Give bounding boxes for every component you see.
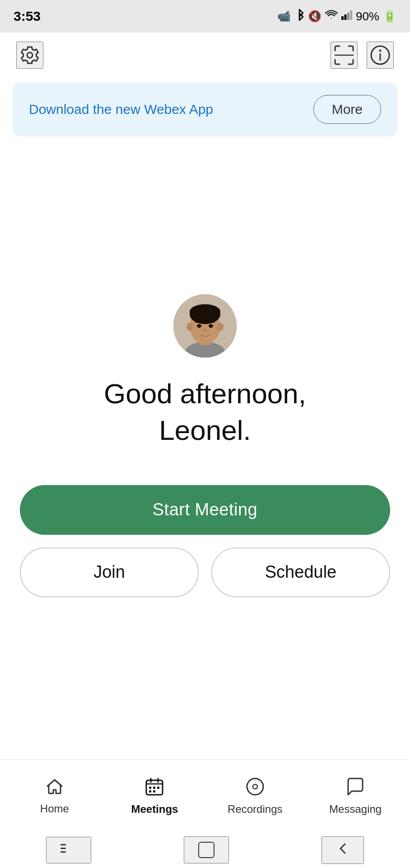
status-bar: 3:53 📹 🔇 90% 🔋 (0, 0, 410, 33)
join-button[interactable]: Join (20, 547, 199, 597)
svg-point-14 (186, 323, 193, 331)
avatar-svg (173, 294, 237, 358)
greeting-line2: Leonel. (159, 415, 251, 446)
nav-item-home[interactable]: Home (28, 777, 82, 815)
secondary-actions: Join Schedule (20, 547, 390, 597)
banner-more-button[interactable]: More (313, 95, 381, 124)
settings-button[interactable] (16, 42, 43, 69)
app-header (0, 33, 410, 78)
svg-rect-0 (341, 16, 344, 20)
svg-point-16 (197, 324, 201, 328)
nav-item-meetings[interactable]: Meetings (127, 777, 182, 816)
greeting-line1: Good afternoon, (104, 378, 306, 409)
status-icons: 📹 🔇 90% 🔋 (277, 9, 396, 24)
schedule-button[interactable]: Schedule (211, 547, 390, 597)
svg-rect-31 (61, 848, 66, 849)
scan-icon (333, 44, 355, 66)
svg-rect-2 (347, 13, 349, 20)
svg-point-28 (247, 778, 263, 795)
nav-item-recordings[interactable]: Recordings (228, 777, 282, 816)
status-time: 3:53 (14, 9, 41, 24)
signal-icon (341, 10, 352, 23)
meetings-label: Meetings (131, 803, 178, 816)
svg-point-7 (379, 50, 382, 52)
messaging-label: Messaging (329, 803, 382, 816)
svg-point-15 (217, 323, 224, 331)
header-actions (331, 42, 394, 69)
meetings-icon (144, 777, 164, 799)
svg-rect-25 (157, 787, 159, 789)
android-home-icon (198, 842, 214, 858)
avatar-container (173, 294, 237, 358)
svg-point-13 (190, 304, 220, 319)
greeting-text: Good afternoon, Leonel. (104, 376, 306, 448)
avatar (173, 294, 237, 358)
home-icon (45, 777, 64, 799)
start-meeting-button[interactable]: Start Meeting (20, 485, 390, 535)
svg-point-18 (203, 329, 207, 332)
camera-status-icon: 📹 (277, 10, 291, 23)
avatar-image (173, 294, 237, 358)
gear-icon (19, 44, 41, 66)
svg-point-29 (253, 784, 257, 789)
bottom-navigation: Home Meetings (0, 760, 410, 832)
back-chevron-icon (336, 842, 349, 855)
bluetooth-icon (294, 9, 304, 24)
svg-rect-32 (61, 851, 66, 853)
svg-rect-24 (153, 787, 155, 789)
svg-rect-3 (350, 10, 352, 20)
scan-button[interactable] (331, 42, 358, 69)
svg-rect-27 (153, 790, 155, 793)
info-icon (369, 44, 391, 66)
battery-indicator: 90% (356, 9, 379, 24)
home-label: Home (40, 802, 69, 815)
mute-icon: 🔇 (308, 10, 321, 23)
wifi-icon (325, 10, 338, 23)
main-content: Good afternoon, Leonel. Start Meeting Jo… (0, 141, 410, 760)
android-back-button[interactable] (321, 836, 364, 864)
battery-icon: 🔋 (383, 10, 396, 23)
android-home-button[interactable] (184, 836, 229, 863)
svg-rect-23 (149, 787, 151, 789)
info-button[interactable] (367, 42, 394, 69)
svg-rect-26 (149, 790, 151, 793)
recordings-icon (245, 777, 265, 799)
svg-rect-1 (344, 14, 346, 20)
greeting-section: Good afternoon, Leonel. (104, 376, 306, 448)
android-nav-bar (0, 832, 410, 868)
download-banner: Download the new Webex App More (13, 82, 397, 137)
action-buttons: Start Meeting Join Schedule (20, 485, 390, 597)
banner-text: Download the new Webex App (29, 102, 213, 117)
svg-point-17 (209, 324, 213, 328)
android-back-menu-button[interactable] (46, 837, 91, 863)
svg-rect-30 (61, 844, 66, 845)
nav-item-messaging[interactable]: Messaging (328, 777, 382, 816)
recordings-label: Recordings (228, 803, 282, 816)
messaging-icon (345, 777, 365, 799)
